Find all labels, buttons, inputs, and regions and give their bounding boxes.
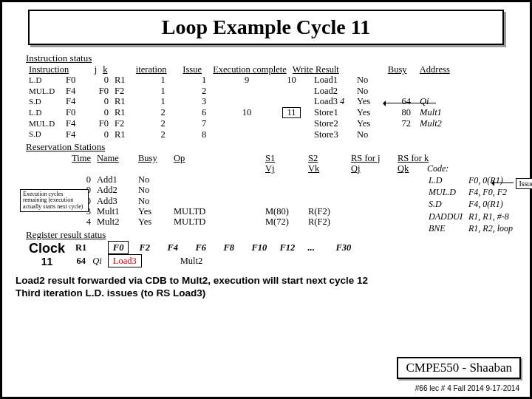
- table-row: 0Add1No: [26, 174, 400, 185]
- execution-note-box: Execution cycles remaining (execution ac…: [20, 189, 89, 212]
- arrow-qi: [384, 103, 436, 103]
- r1-value: 64: [72, 254, 89, 267]
- clock-label: Clock: [29, 241, 65, 256]
- instr-status-header-row: Instruction j k iteration Issue Executio…: [26, 64, 459, 75]
- rs-heading: Reservation Stations: [26, 141, 522, 153]
- rrs-table: Clock 11 R1 F0F2F4F6F8F10F12...F30 64 Qi…: [26, 241, 380, 268]
- course-box: CMPE550 - Shaaban: [397, 357, 521, 379]
- instr-status-heading: Instruction status: [26, 52, 522, 64]
- code-heading: Code:: [427, 163, 519, 174]
- table-row: L.DF0, 0(R1): [429, 175, 517, 185]
- table-row: MUL.DF4F0F227Store2 Yes72Mult2: [26, 118, 445, 129]
- bottom-message: Load2 result forwarded via CDB to Mult2,…: [16, 275, 516, 299]
- instr-rows: L.DF00R111910Load1 NoMUL.DF4F0F212Load2 …: [26, 75, 445, 140]
- clock-value: 11: [29, 256, 65, 267]
- table-row: S.DF40R128Store3 No: [26, 129, 445, 140]
- issue-badge: Issue: [516, 178, 532, 189]
- table-row: BNER1, R2, loop: [429, 223, 517, 233]
- slide-title: Loop Example Cycle 11: [28, 10, 504, 45]
- table-row: 4Mult2YesMULTDM(72)R(F2): [26, 216, 400, 227]
- code-block: Code: L.DF0, 0(R1)MUL.DF4, F0, F2S.DF4, …: [427, 163, 519, 235]
- table-row: MUL.DF4F0F212Load2 No: [26, 86, 445, 96]
- table-row: DADDUIR1, R1, #-8: [429, 211, 517, 222]
- table-row: MUL.DF4, F0, F2: [429, 187, 517, 197]
- rs-header: Time Name Busy Op S1 S2 RS for j RS for …: [26, 153, 432, 174]
- table-row: L.DF00R1261011Store1 Yes80Mult1: [26, 107, 445, 119]
- content-area: Instruction status Instruction j k itera…: [26, 52, 522, 267]
- footer: #66 lec # 4 Fall 2014 9-17-2014: [415, 384, 519, 392]
- r1-label: R1: [72, 241, 89, 254]
- qi-label: Qi: [89, 254, 105, 267]
- table-row: S.DF4, 0(R1): [429, 199, 517, 209]
- instr-status-table: Instruction j k iteration Issue Executio…: [26, 64, 459, 75]
- arrow-issue: [493, 183, 514, 183]
- table-row: L.DF00R111910Load1 No: [26, 75, 445, 85]
